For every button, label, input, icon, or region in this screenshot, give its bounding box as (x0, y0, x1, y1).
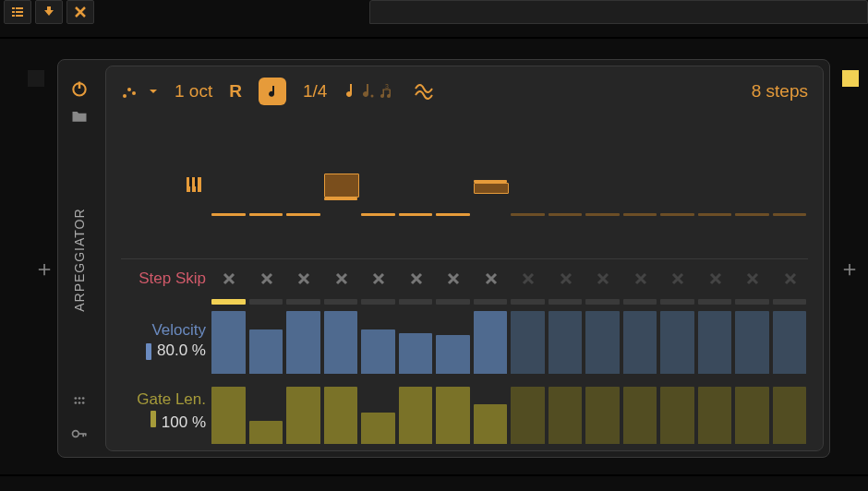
humanize-icon[interactable] (414, 83, 434, 100)
velocity-step[interactable] (211, 307, 247, 374)
step-indicator (324, 298, 360, 305)
velocity-step[interactable] (399, 307, 435, 374)
velocity-step[interactable] (511, 307, 547, 374)
power-icon[interactable] (69, 78, 90, 99)
gate-indicator-icon (151, 411, 156, 427)
add-device-before[interactable]: ＋ (33, 254, 55, 283)
pitch-step[interactable] (286, 122, 322, 251)
step-skip-toggle[interactable] (436, 271, 472, 286)
step-skip-toggle[interactable] (211, 271, 247, 286)
velocity-step[interactable] (474, 307, 510, 374)
pitch-step[interactable] (549, 122, 585, 251)
step-skip-toggle[interactable] (660, 271, 696, 286)
gate-step[interactable] (286, 377, 322, 444)
octaves-value[interactable]: 1 oct (175, 81, 212, 102)
step-skip-toggle[interactable] (773, 271, 809, 286)
steps-value[interactable]: 8 steps (752, 81, 808, 102)
pitch-step[interactable] (361, 122, 397, 251)
gate-value[interactable]: 100 % (162, 413, 206, 431)
post-slot[interactable] (842, 70, 859, 87)
note-length-group[interactable]: 3 (344, 82, 397, 101)
step-skip-toggle[interactable] (698, 271, 734, 286)
gate-step[interactable] (623, 377, 659, 444)
step-skip-toggle[interactable] (324, 271, 360, 286)
step-indicator (660, 298, 696, 305)
pitch-step[interactable] (660, 122, 696, 251)
step-skip-toggle[interactable] (286, 271, 322, 286)
folder-icon[interactable] (69, 106, 90, 126)
step-skip-toggle[interactable] (249, 271, 285, 286)
rate-value[interactable]: 1/4 (303, 81, 327, 102)
note-mode-button[interactable] (259, 78, 286, 105)
pitch-step[interactable] (623, 122, 659, 251)
velocity-step[interactable] (436, 307, 472, 374)
svg-point-6 (78, 401, 80, 404)
gate-step[interactable] (436, 377, 472, 444)
svg-rect-19 (198, 177, 201, 192)
pitch-step[interactable] (324, 122, 360, 251)
gate-step[interactable] (361, 377, 397, 444)
velocity-step[interactable] (585, 307, 621, 374)
velocity-step[interactable] (324, 307, 360, 374)
gate-step[interactable] (474, 377, 510, 444)
velocity-step[interactable] (698, 307, 734, 374)
gate-step[interactable] (585, 377, 621, 444)
gate-step[interactable] (211, 377, 247, 444)
pitch-step[interactable] (511, 122, 547, 251)
velocity-step[interactable] (361, 307, 397, 374)
gate-step[interactable] (511, 377, 547, 444)
velocity-step[interactable] (623, 307, 659, 374)
velocity-step[interactable] (735, 307, 771, 374)
pitch-step[interactable] (585, 122, 621, 251)
pitch-step[interactable] (735, 122, 771, 251)
step-indicator (436, 298, 472, 305)
pitch-step[interactable] (698, 122, 734, 251)
svg-rect-20 (189, 177, 192, 186)
gate-step[interactable] (324, 377, 360, 444)
divider-bottom (0, 474, 868, 476)
pitch-step[interactable] (211, 122, 247, 251)
close-button[interactable] (66, 0, 94, 24)
gate-step[interactable] (399, 377, 435, 444)
step-skip-toggle[interactable] (474, 271, 510, 286)
pitch-step[interactable] (474, 122, 510, 251)
pitch-step[interactable] (399, 122, 435, 251)
list-toggle-button[interactable] (4, 0, 31, 24)
pitch-step[interactable] (249, 122, 285, 251)
add-device-after[interactable]: ＋ (838, 254, 861, 283)
pre-slot[interactable] (28, 70, 44, 87)
step-skip-toggle[interactable] (549, 271, 585, 286)
tab-strip[interactable] (369, 0, 868, 24)
step-indicator (474, 298, 510, 305)
svg-point-5 (74, 401, 77, 404)
velocity-step[interactable] (773, 307, 809, 374)
pitch-step[interactable] (773, 122, 809, 251)
velocity-step[interactable] (549, 307, 585, 374)
gate-step[interactable] (549, 377, 585, 444)
step-skip-toggle[interactable] (735, 271, 771, 286)
gate-step[interactable] (698, 377, 734, 444)
step-skip-toggle[interactable] (399, 271, 435, 286)
svg-rect-21 (195, 177, 198, 186)
velocity-value[interactable]: 80.0 % (157, 341, 206, 359)
key-icon[interactable] (69, 424, 90, 444)
velocity-step[interactable] (249, 307, 285, 374)
pattern-menu[interactable] (121, 83, 158, 100)
retrigger-toggle[interactable]: R (229, 81, 242, 102)
step-skip-row: Step Skip (121, 259, 808, 298)
velocity-step[interactable] (660, 307, 696, 374)
velocity-label: Velocity (151, 321, 206, 340)
gate-step[interactable] (660, 377, 696, 444)
gate-step[interactable] (773, 377, 809, 444)
step-skip-toggle[interactable] (361, 271, 397, 286)
gate-step[interactable] (735, 377, 771, 444)
drag-handle-icon[interactable] (69, 390, 90, 411)
step-skip-toggle[interactable] (623, 271, 659, 286)
velocity-step[interactable] (286, 307, 322, 374)
down-arrow-button[interactable] (35, 0, 63, 24)
pitch-step[interactable] (436, 122, 472, 251)
step-skip-toggle[interactable] (511, 271, 547, 286)
svg-point-4 (81, 397, 84, 400)
gate-step[interactable] (249, 377, 285, 444)
step-skip-toggle[interactable] (585, 271, 621, 286)
